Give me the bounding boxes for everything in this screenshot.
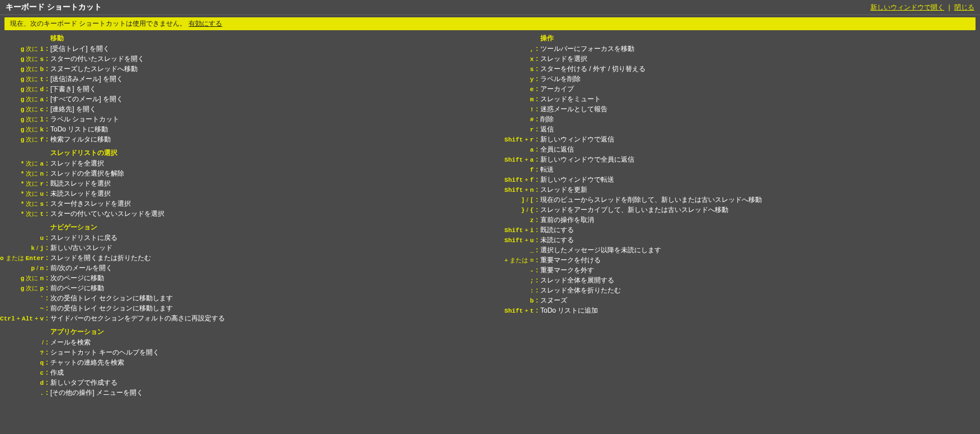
- shortcut-keys: Shift + t: [490, 306, 536, 316]
- shortcut-keys: _: [490, 246, 536, 256]
- colon: :: [536, 266, 538, 275]
- shortcut-keys: x: [490, 55, 536, 64]
- shortcut-row: } / {:スレッドをアーカイブして、新しいまたは古いスレッドへ移動: [490, 205, 980, 215]
- column-left: 移動g 次に i:[受信トレイ] を開くg 次に s:スターの付いたスレッドを開…: [0, 34, 490, 402]
- shortcut-keys: Shift + r: [490, 135, 536, 145]
- shortcut-row: g 次に a:[すべてのメール] を開く: [0, 95, 490, 105]
- shortcut-row: e:アーカイブ: [490, 84, 980, 95]
- shortcut-keys: Shift + f: [490, 175, 536, 185]
- shortcut-row: g 次に s:スターの付いたスレッドを開く: [0, 54, 490, 64]
- shortcut-desc: スレッドを選択: [540, 54, 587, 64]
- shortcut-keys: * 次に n: [0, 169, 46, 179]
- shortcut-desc: ラベル ショートカット: [50, 115, 119, 124]
- shortcut-desc: 現在のビューからスレッドを削除して、新しいまたは古いスレッドへ移動: [540, 195, 762, 205]
- shortcut-keys: Shift + i: [490, 225, 536, 235]
- shortcut-desc: 選択したメッセージ以降を未読にします: [540, 246, 661, 255]
- colon: :: [46, 179, 48, 188]
- section-title: ナビゲーション: [50, 223, 490, 232]
- shortcut-desc: 新しいウィンドウで全員に返信: [540, 155, 634, 164]
- shortcut-desc: スレッドリストに戻る: [50, 233, 117, 243]
- shortcut-keys: ;: [490, 276, 536, 286]
- colon: :: [536, 95, 538, 104]
- shortcut-keys: g 次に k: [0, 125, 46, 135]
- shortcut-row: b:スヌーズ: [490, 296, 980, 306]
- colon: :: [536, 165, 538, 174]
- close-link[interactable]: 閉じる: [954, 3, 974, 11]
- shortcut-desc: ラベルを削除: [540, 74, 581, 84]
- colon: :: [46, 74, 48, 84]
- shortcut-row: g 次に f:検索フィルタに移動: [0, 135, 490, 145]
- shortcut-desc: スレッドを更新: [540, 185, 587, 195]
- shortcut-section: スレッドリストの選択* 次に a:スレッドを全選択* 次に n:スレッドの全選択…: [0, 148, 490, 219]
- shortcut-row: Shift + i:既読にする: [490, 225, 980, 235]
- shortcut-keys: g 次に l: [0, 115, 46, 125]
- shortcut-keys: o または Enter: [0, 253, 46, 263]
- shortcut-desc: [送信済みメール] を開く: [50, 74, 123, 84]
- shortcut-row: Shift + t:ToDo リストに追加: [490, 306, 980, 316]
- colon: :: [536, 44, 538, 54]
- shortcut-desc: 重要マークを外す: [540, 266, 594, 275]
- shortcut-desc: スターを付ける / 外す / 切り替える: [540, 64, 646, 74]
- shortcut-keys: m: [490, 95, 536, 105]
- shortcut-desc: ToDo リストに移動: [50, 125, 108, 134]
- colon: :: [46, 284, 48, 293]
- colon: :: [46, 368, 48, 378]
- shortcut-desc: スレッド全体を展開する: [540, 276, 614, 285]
- shortcut-desc: 直前の操作を取消: [540, 215, 594, 225]
- colon: :: [536, 195, 538, 205]
- shortcut-desc: チャットの連絡先を検索: [50, 358, 124, 367]
- shortcut-desc: 次の受信トレイ セクションに移動します: [50, 294, 173, 303]
- shortcut-desc: 既読にする: [540, 225, 574, 235]
- colon: :: [46, 125, 48, 134]
- shortcut-desc: スター付きスレッドを選択: [50, 199, 131, 209]
- section-title: 操作: [540, 34, 980, 43]
- shortcut-row: Shift + f:新しいウィンドウで転送: [490, 175, 980, 185]
- shortcut-desc: スレッド全体を折りたたむ: [540, 286, 621, 295]
- shortcut-desc: 前/次のメールを開く: [50, 263, 112, 273]
- colon: :: [536, 286, 538, 295]
- shortcut-row: c:作成: [0, 368, 490, 378]
- colon: :: [46, 388, 48, 398]
- open-new-window-link[interactable]: 新しいウィンドウで開く: [870, 3, 944, 11]
- shortcut-section: 操作,:ツールバーにフォーカスを移動x:スレッドを選択s:スターを付ける / 外…: [490, 34, 980, 316]
- colon: :: [46, 199, 48, 209]
- shortcut-keys: :: [490, 286, 536, 296]
- dialog-title: キーボード ショートカット: [6, 2, 102, 12]
- shortcut-desc: ショートカット キーのヘルプを開く: [50, 348, 159, 357]
- shortcut-row: Shift + a:新しいウィンドウで全員に返信: [490, 155, 980, 165]
- shortcut-row: p / n:前/次のメールを開く: [0, 263, 490, 273]
- shortcut-keys: g 次に t: [0, 74, 46, 84]
- shortcut-row: g 次に n:次のページに移動: [0, 273, 490, 284]
- shortcut-keys: * 次に a: [0, 159, 46, 169]
- shortcut-row: u:スレッドリストに戻る: [0, 233, 490, 243]
- shortcut-desc: 作成: [50, 368, 64, 378]
- colon: :: [536, 225, 538, 235]
- shortcut-row: m:スレッドをミュート: [490, 95, 980, 105]
- shortcut-keys: r: [490, 125, 536, 135]
- shortcut-desc: [下書き] を開く: [50, 84, 96, 94]
- colon: :: [536, 306, 538, 315]
- shortcut-keys: + または =: [490, 256, 536, 266]
- shortcut-keys: ~: [0, 304, 46, 314]
- colon: :: [536, 105, 538, 114]
- enable-link[interactable]: 有効にする: [189, 19, 222, 29]
- section-title: スレッドリストの選択: [50, 148, 490, 158]
- colon: :: [536, 256, 538, 265]
- shortcut-desc: スヌーズ: [540, 296, 567, 305]
- colon: :: [46, 304, 48, 313]
- shortcut-keys: ] / [: [490, 195, 536, 205]
- shortcut-keys: * 次に u: [0, 189, 46, 199]
- shortcut-row: + または =:重要マークを付ける: [490, 256, 980, 266]
- shortcut-row: -:重要マークを外す: [490, 266, 980, 276]
- column-right: 操作,:ツールバーにフォーカスを移動x:スレッドを選択s:スターを付ける / 外…: [490, 34, 980, 402]
- shortcut-row: * 次に t:スターの付いていないスレッドを選択: [0, 209, 490, 219]
- colon: :: [46, 105, 48, 114]
- colon: :: [46, 263, 48, 273]
- colon: :: [46, 294, 48, 303]
- shortcut-keys: k / j: [0, 243, 46, 253]
- shortcut-keys: Shift + u: [490, 235, 536, 246]
- shortcut-desc: 新しいタブで作成する: [50, 378, 117, 388]
- shortcut-row: ] / [:現在のビューからスレッドを削除して、新しいまたは古いスレッドへ移動: [490, 195, 980, 205]
- shortcut-keys: z: [490, 216, 536, 225]
- separator: |: [949, 3, 950, 11]
